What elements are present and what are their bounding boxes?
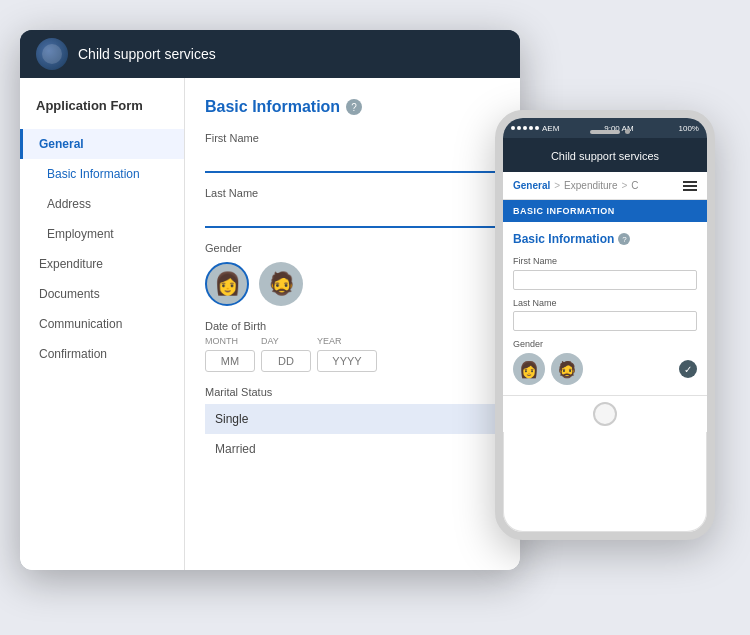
gender-group: Gender 👩 🧔	[205, 242, 500, 306]
app-title: Child support services	[78, 46, 216, 62]
sidebar-heading: Application Form	[20, 98, 184, 129]
desktop-mockup: Child support services Application Form …	[20, 30, 520, 570]
mobile-first-name-input[interactable]	[513, 270, 697, 290]
desktop-header: Child support services	[20, 30, 520, 78]
sidebar-item-confirmation[interactable]: Confirmation	[20, 339, 184, 369]
sidebar-item-basic-information[interactable]: Basic Information	[20, 159, 184, 189]
gender-label: Gender	[205, 242, 500, 254]
marital-status-group: Marital Status Single Married	[205, 386, 500, 464]
help-icon[interactable]: ?	[346, 99, 362, 115]
mobile-first-name-label: First Name	[513, 256, 697, 266]
hamburger-line-3	[683, 189, 697, 191]
mobile-last-name-input[interactable]	[513, 311, 697, 331]
mobile-content: Basic Information ? First Name Last Name…	[503, 222, 707, 395]
mobile-mockup: AEM 9:00 AM 100% Child support services …	[495, 110, 715, 540]
sidebar-item-address[interactable]: Address	[20, 189, 184, 219]
sidebar-item-general[interactable]: General	[20, 129, 184, 159]
dob-month-input[interactable]	[205, 350, 255, 372]
first-name-group: First Name	[205, 132, 500, 173]
sidebar-nav: General Basic Information Address Employ…	[20, 129, 184, 369]
sidebar-item-communication[interactable]: Communication	[20, 309, 184, 339]
desktop-main: Basic Information ? First Name Last Name…	[185, 78, 520, 570]
mobile-signal	[511, 126, 539, 130]
mobile-header: Child support services	[503, 138, 707, 172]
app-logo	[36, 38, 68, 70]
mobile-section-header: BASIC INFORMATION	[503, 200, 707, 222]
section-title-area: Basic Information ?	[205, 98, 500, 116]
mobile-home-button[interactable]	[593, 402, 617, 426]
dob-sublabels: MONTH DAY YEAR	[205, 336, 500, 346]
signal-dot-2	[517, 126, 521, 130]
dob-group: Date of Birth MONTH DAY YEAR	[205, 320, 500, 372]
gender-icons: 👩 🧔	[205, 262, 500, 306]
signal-dot-1	[511, 126, 515, 130]
mobile-tab-general[interactable]: General	[513, 180, 550, 191]
dob-label: Date of Birth	[205, 320, 500, 332]
mobile-hamburger-menu[interactable]	[683, 181, 697, 191]
mobile-section-title-area: Basic Information ?	[513, 232, 697, 246]
mobile-gender-check[interactable]: ✓	[679, 360, 697, 378]
signal-dot-4	[529, 126, 533, 130]
mobile-tabs: General > Expenditure > C	[503, 172, 707, 200]
desktop-body: Application Form General Basic Informati…	[20, 78, 520, 570]
dob-day-input[interactable]	[261, 350, 311, 372]
hamburger-line-2	[683, 185, 697, 187]
mobile-tab-expenditure[interactable]: Expenditure	[564, 180, 617, 191]
sidebar-item-expenditure[interactable]: Expenditure	[20, 249, 184, 279]
mobile-gender-female[interactable]: 👩	[513, 353, 545, 385]
first-name-label: First Name	[205, 132, 500, 144]
hamburger-line-1	[683, 181, 697, 183]
mobile-help-icon[interactable]: ?	[618, 233, 630, 245]
last-name-group: Last Name	[205, 187, 500, 228]
signal-dot-3	[523, 126, 527, 130]
last-name-input[interactable]	[205, 203, 500, 228]
mobile-tab-sep-1: >	[554, 180, 560, 191]
gender-female[interactable]: 👩	[205, 262, 249, 306]
dob-day-label: DAY	[261, 336, 311, 346]
dob-inputs	[205, 350, 500, 372]
mobile-header-title: Child support services	[551, 150, 659, 162]
mobile-front-camera	[625, 129, 630, 134]
mobile-tab-sep-2: >	[621, 180, 627, 191]
sidebar-item-documents[interactable]: Documents	[20, 279, 184, 309]
dob-month-label: MONTH	[205, 336, 255, 346]
logo-inner	[42, 44, 62, 64]
signal-dot-5	[535, 126, 539, 130]
marital-married[interactable]: Married	[205, 434, 500, 464]
mobile-carrier: AEM	[511, 124, 559, 133]
mobile-last-name-label: Last Name	[513, 298, 697, 308]
mobile-status-bar: AEM 9:00 AM 100%	[503, 118, 707, 138]
mobile-gender-icons: 👩 🧔 ✓	[513, 353, 697, 385]
mobile-gender-male[interactable]: 🧔	[551, 353, 583, 385]
gender-male[interactable]: 🧔	[259, 262, 303, 306]
mobile-battery: 100%	[679, 124, 699, 133]
section-title: Basic Information	[205, 98, 340, 116]
mobile-tab-more[interactable]: C	[631, 180, 638, 191]
first-name-input[interactable]	[205, 148, 500, 173]
dob-year-input[interactable]	[317, 350, 377, 372]
dob-year-label: YEAR	[317, 336, 367, 346]
marital-single[interactable]: Single	[205, 404, 500, 434]
scene: Child support services Application Form …	[0, 0, 750, 635]
desktop-sidebar: Application Form General Basic Informati…	[20, 78, 185, 570]
mobile-bottom-bar	[503, 395, 707, 432]
mobile-speaker	[590, 130, 620, 134]
carrier-name: AEM	[542, 124, 559, 133]
last-name-label: Last Name	[205, 187, 500, 199]
mobile-gender-label: Gender	[513, 339, 697, 349]
marital-status-label: Marital Status	[205, 386, 500, 398]
sidebar-item-employment[interactable]: Employment	[20, 219, 184, 249]
mobile-section-title: Basic Information	[513, 232, 614, 246]
marital-options: Single Married	[205, 404, 500, 464]
